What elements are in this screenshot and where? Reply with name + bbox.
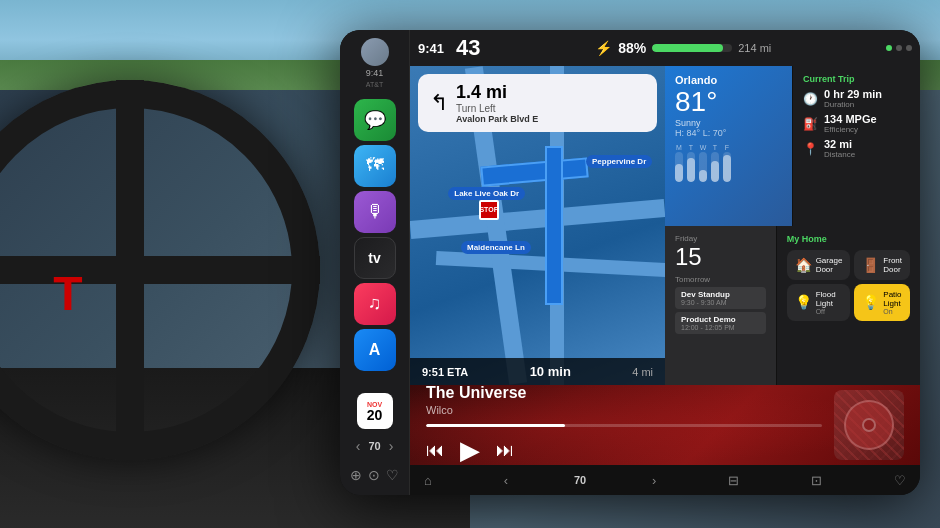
calendar-day-name: Friday (675, 234, 766, 243)
prev-button[interactable]: ⏮ (426, 440, 444, 461)
sidebar-time: 9:41 AT&T (366, 68, 384, 90)
forecast-day-3: W (699, 144, 707, 182)
nav-speed: 70 (368, 440, 380, 452)
progress-fill (426, 424, 565, 427)
calendar-event-1: Dev Standup 9:30 - 9:30 AM (675, 287, 766, 309)
frontdoor-icon: 🚪 (862, 257, 879, 273)
patiolight-status: On (883, 308, 902, 315)
home-buttons-grid: 🏠 Garage Door 🚪 Front Door 💡 (787, 250, 910, 321)
layers-icon[interactable]: ⊙ (368, 467, 380, 483)
weather-city: Orlando (675, 74, 782, 86)
sidebar-item-music[interactable]: ♫ (354, 283, 396, 325)
weather-forecast: M T W T F (675, 144, 782, 182)
podcasts-icon: 🎙 (366, 201, 384, 222)
mirror-icon[interactable]: ⊟ (722, 471, 745, 490)
trip-distance-row: 📍 32 mi Distance (803, 138, 910, 159)
appstore-icon: A (369, 341, 381, 359)
home-btn-floodlight[interactable]: 💡 Flood Light Off (787, 284, 851, 321)
main-grid: 9:41 43 ⚡ 88% 214 mi (410, 30, 920, 495)
tesla-logo: T (28, 263, 108, 323)
status-dots (886, 45, 912, 51)
route-icon[interactable]: ⊕ (350, 467, 362, 483)
stop-sign: STOP (479, 200, 499, 220)
floodlight-icon: 💡 (795, 294, 812, 310)
right-bottom-panels: Friday 15 Tomorrow Dev Standup 9:30 - 9:… (665, 226, 920, 386)
calendar-day-number: 15 (675, 243, 766, 271)
forecast-day-2: T (687, 144, 695, 182)
home-btn-frontdoor[interactable]: 🚪 Front Door (854, 250, 910, 280)
battery-range: 214 mi (738, 42, 771, 54)
sidebar-item-podcasts[interactable]: 🎙 (354, 191, 396, 233)
trip-duration-value: 0 hr 29 min (824, 88, 882, 100)
sidebar-header: 9:41 AT&T (361, 38, 389, 90)
calendar-day: 20 (367, 408, 383, 422)
trip-efficiency-row: ⛽ 134 MPGe Efficiency (803, 113, 910, 134)
nav-distance: 1.4 mi (456, 82, 538, 103)
event-2-title: Product Demo (681, 315, 760, 324)
home-btn-patiolight[interactable]: 💡 Patio Light On (854, 284, 910, 321)
settings-icon[interactable]: ♡ (888, 471, 912, 490)
weather-hilo: H: 84° L: 70° (675, 128, 782, 138)
garage-label: Garage Door (816, 256, 843, 274)
speed-display: 43 (456, 35, 480, 61)
player-controls: ⏮ ▶ ⏭ (426, 435, 822, 465)
trip-distance-label: Distance (824, 150, 855, 159)
next-button[interactable]: ⏭ (496, 440, 514, 461)
trip-efficiency-label: Efficiency (824, 125, 877, 134)
trip-duration-row: 🕐 0 hr 29 min Duration (803, 88, 910, 109)
calendar-icon[interactable]: NOV 20 (357, 393, 393, 429)
patiolight-label: Patio Light (883, 290, 902, 308)
battery-percent: 88% (618, 40, 646, 56)
event-1-time: 9:30 - 9:30 AM (681, 299, 760, 306)
album-art-center (862, 418, 876, 432)
home-btn-garage[interactable]: 🏠 Garage Door (787, 250, 851, 280)
sidebar-item-maps[interactable]: 🗺 (354, 145, 396, 187)
turn-icon: ↰ (430, 90, 448, 116)
patiolight-icon: 💡 (862, 294, 879, 310)
road-label-1: Lake Live Oak Dr (448, 187, 525, 200)
sidebar: 9:41 AT&T 💬 🗺 🎙 tv ♫ A NOV 20 (340, 30, 410, 495)
back-nav-button[interactable]: ‹ (498, 471, 514, 490)
music-icon: ♫ (368, 293, 382, 314)
track-title: The Universe (426, 385, 822, 402)
calendar-event-2: Product Demo 12:00 - 12:05 PM (675, 312, 766, 334)
garage-icon: 🏠 (795, 257, 812, 273)
trip-efficiency-value: 134 MPGe (824, 113, 877, 125)
sidebar-bottom: NOV 20 ‹ 70 › ⊕ ⊙ ♡ (349, 393, 401, 487)
eta-label: 9:51 ETA (422, 366, 468, 378)
battery-bar (652, 44, 732, 52)
trip-title: Current Trip (803, 74, 910, 84)
event-2-time: 12:00 - 12:05 PM (681, 324, 760, 331)
trip-distance-value: 32 mi (824, 138, 855, 150)
weather-panel: Orlando 81° Sunny H: 84° L: 70° M T (665, 66, 792, 226)
map-bottom-bar: 9:51 ETA 10 min 4 mi (410, 358, 665, 385)
clock-icon: 🕐 (803, 92, 818, 106)
battery-section: ⚡ 88% 214 mi (493, 40, 874, 56)
trip-panel: Current Trip 🕐 0 hr 29 min Duration ⛽ 13… (793, 66, 920, 226)
distance-label: 4 mi (632, 366, 653, 378)
maps-icon: 🗺 (366, 155, 384, 176)
battery-fill (652, 44, 722, 52)
efficiency-icon: ⛽ (803, 117, 818, 131)
clock: 9:41 (418, 41, 444, 56)
map-panel[interactable]: Lake Live Oak Dr Peppervine Dr Maidencan… (410, 66, 665, 385)
forecast-day-4: T (711, 144, 719, 182)
forward-nav-button[interactable]: › (646, 471, 662, 490)
sidebar-item-appletv[interactable]: tv (354, 237, 396, 279)
distance-icon: 📍 (803, 142, 818, 156)
screen-icon[interactable]: ⊡ (805, 471, 828, 490)
track-info: The Universe Wilco ⏮ ▶ ⏭ (426, 385, 822, 465)
sidebar-item-appstore[interactable]: A (354, 329, 396, 371)
nav-forward-button[interactable]: › (385, 436, 398, 456)
floodlight-status: Off (816, 308, 843, 315)
favorite-icon[interactable]: ♡ (386, 467, 399, 483)
home-panel: My Home 🏠 Garage Door 🚪 Front Door (777, 226, 920, 386)
dot-2 (896, 45, 902, 51)
road-label-3: Maidencane Ln (461, 241, 531, 254)
nav-back-button[interactable]: ‹ (352, 436, 365, 456)
play-button[interactable]: ▶ (460, 435, 480, 465)
home-nav-button[interactable]: ⌂ (418, 471, 438, 490)
trip-duration-label: Duration (824, 100, 882, 109)
charging-icon: ⚡ (595, 40, 612, 56)
sidebar-item-messages[interactable]: 💬 (354, 99, 396, 141)
